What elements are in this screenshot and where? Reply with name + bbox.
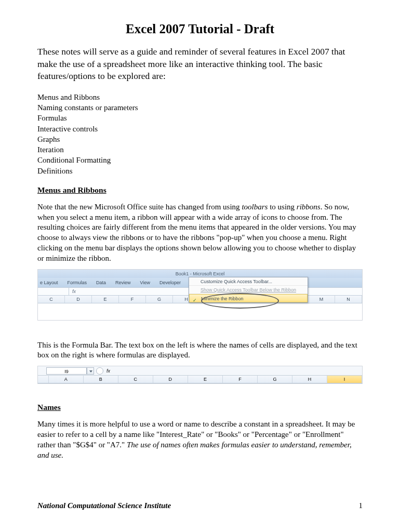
text-italic: toolbars [242, 203, 268, 211]
footer-organization: National Computational Science Institute [37, 501, 171, 510]
col-header-selected: I [327, 376, 362, 383]
context-menu: Customize Quick Access Toolbar... Show Q… [189, 277, 308, 303]
col-header: D [65, 296, 92, 303]
fx-label: fx [69, 289, 76, 294]
check-icon: ✓ [193, 296, 197, 300]
name-box: I9 [46, 367, 87, 375]
column-headers: A B C D E F G H I [38, 376, 362, 383]
context-menu-label: Minimize the Ribbon [201, 296, 244, 301]
feature-item: Interactive controls [37, 124, 363, 134]
col-header: C [38, 296, 65, 303]
excel-grid [38, 303, 362, 320]
col-header: C [118, 376, 153, 383]
section-heading-names: Names [37, 403, 363, 412]
feature-item: Naming constants or parameters [37, 102, 363, 113]
menus-paragraph: Note that the new Microsoft Office suite… [37, 202, 363, 264]
page-number: 1 [359, 501, 363, 510]
col-header: B [84, 376, 118, 383]
ribbon-tab: Data [96, 280, 106, 285]
page-footer: National Computational Science Institute… [37, 501, 363, 510]
feature-item: Conditional Formatting [37, 155, 363, 165]
context-menu-item: Customize Quick Access Toolbar... [189, 277, 308, 286]
col-header: G [146, 296, 173, 303]
feature-item: Definitions [37, 166, 363, 176]
excel-ribbon-screenshot: Book1 - Microsoft Excel e Layout Formula… [37, 269, 363, 321]
name-box [38, 287, 69, 296]
namebox-row: I9 fx [38, 366, 362, 376]
col-header: D [153, 376, 188, 383]
feature-item: Iteration [37, 144, 363, 155]
feature-list: Menus and Ribbons Naming constants or pa… [37, 92, 363, 176]
col-header: N [335, 296, 362, 303]
dropdown-arrow-icon [87, 367, 94, 375]
col-header: F [119, 296, 146, 303]
ribbon-tab: Formulas [68, 280, 87, 285]
col-header: G [258, 376, 292, 383]
context-menu-item: Show Quick Access Toolbar Below the Ribb… [189, 286, 308, 294]
col-header: E [188, 376, 223, 383]
page-title: Excel 2007 Tutorial - Draft [37, 22, 363, 36]
feature-item: Graphs [37, 134, 363, 144]
text-italic: ribbons [297, 203, 321, 211]
formula-bar-paragraph: This is the Formula Bar. The text box on… [37, 340, 363, 361]
circle-button [96, 367, 103, 375]
col-header-corner [38, 376, 49, 383]
ribbon-tab: e Layout [40, 280, 58, 285]
context-menu-item-highlighted: ✓ Minimize the Ribbon [189, 294, 308, 302]
col-header: H [292, 376, 327, 383]
col-header: A [49, 376, 84, 383]
feature-item: Menus and Ribbons [37, 92, 363, 102]
fx-label: fx [103, 368, 110, 374]
text: . So now, when you select a menu item, a… [37, 203, 356, 262]
intro-paragraph: These notes will serve as a guide and re… [37, 46, 363, 83]
col-header: F [223, 376, 258, 383]
text: Note that the new Microsoft Office suite… [37, 203, 242, 211]
ribbon-tab: Developer [159, 280, 181, 285]
text: to using [268, 203, 296, 211]
feature-item: Formulas [37, 113, 363, 123]
names-paragraph: Many times it is more helpful to use a w… [37, 419, 363, 460]
ribbon-tab: View [140, 280, 150, 285]
ribbon-tab: Review [115, 280, 131, 285]
col-header: E [92, 296, 119, 303]
excel-namebox-screenshot: I9 fx A B C D E F G H I [37, 366, 363, 384]
section-heading-menus: Menus and Ribbons [37, 185, 363, 195]
col-header: M [308, 296, 335, 303]
